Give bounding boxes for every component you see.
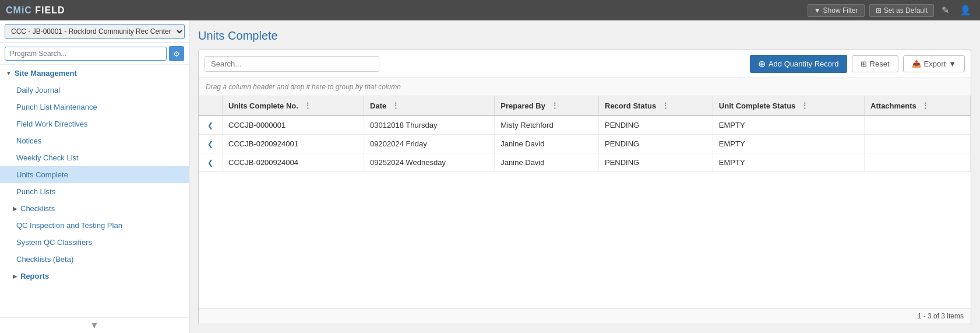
col-menu-date-icon[interactable]: ⋮	[392, 101, 400, 110]
row-expand-icon[interactable]: ❮	[205, 140, 216, 148]
sidebar-section-reports[interactable]: ▶ Reports	[0, 268, 189, 285]
add-quantity-record-button[interactable]: ⊕ Add Quantity Record	[750, 55, 847, 73]
app-logo: CMiC FIELD	[6, 5, 65, 16]
checklists-arrow-icon: ▶	[13, 205, 17, 212]
search-input[interactable]	[205, 56, 379, 72]
logo-field: FIELD	[35, 5, 65, 15]
set-as-default-button[interactable]: ⊞ Set as Default	[869, 4, 934, 17]
reset-button[interactable]: ⊞ Reset	[852, 55, 898, 72]
grid-icon: ⊞	[876, 6, 882, 15]
section-label: Site Management	[15, 69, 77, 78]
row-expand-cell[interactable]: ❮	[199, 153, 223, 172]
col-header-prepared-by[interactable]: Prepared By ⋮	[495, 96, 599, 115]
col-menu-attach-icon[interactable]: ⋮	[921, 101, 929, 110]
table-cell-record_status: PENDING	[599, 115, 713, 135]
reports-arrow-icon: ▶	[13, 273, 17, 279]
table-cell-date: 09252024 Wednesday	[364, 153, 495, 172]
reset-icon: ⊞	[861, 59, 867, 68]
table-body: ❮CCCJB-000000103012018 ThursdayMisty Ret…	[199, 115, 971, 172]
col-menu-icon[interactable]: ⋮	[304, 101, 312, 110]
table-cell-unit_status: EMPTY	[713, 115, 864, 135]
sidebar-search-row: ⚙	[0, 43, 189, 65]
sidebar-item-notices[interactable]: Notices	[0, 132, 189, 149]
reset-label: Reset	[870, 59, 890, 68]
col-header-record-status[interactable]: Record Status ⋮	[599, 96, 713, 115]
reports-label: Reports	[20, 272, 49, 281]
show-filter-button[interactable]: ▼ Show Filter	[808, 4, 865, 17]
plus-icon: ⊕	[758, 58, 766, 69]
col-menu-prepared-icon[interactable]: ⋮	[551, 101, 559, 110]
table-cell-no: CCCJB-0200924001	[223, 135, 364, 153]
table-row: ❮CCCJB-000000103012018 ThursdayMisty Ret…	[199, 115, 971, 135]
sidebar-item-weekly-check-list[interactable]: Weekly Check List	[0, 149, 189, 166]
sidebar-item-punch-lists[interactable]: Punch Lists	[0, 183, 189, 200]
export-button[interactable]: 📤 Export ▼	[903, 55, 965, 72]
row-expand-icon[interactable]: ❮	[205, 159, 216, 167]
table-cell-record_status: PENDING	[599, 135, 713, 153]
col-header-attachments[interactable]: Attachments ⋮	[865, 96, 971, 115]
logo-cmic: CMiC	[6, 5, 32, 15]
table-row: ❮CCCJB-020092400109202024 FridayJanine D…	[199, 135, 971, 153]
content-panel: ⊕ Add Quantity Record ⊞ Reset 📤 Export ▼…	[198, 50, 971, 324]
sidebar-search-input[interactable]	[5, 47, 167, 61]
col-menu-record-icon[interactable]: ⋮	[661, 101, 669, 110]
table-cell-no: CCCJB-0000001	[223, 115, 364, 135]
sidebar-section-site-management[interactable]: ▼ Site Management	[0, 65, 189, 82]
table-cell-attachments	[865, 115, 971, 135]
sidebar-nav: ▼ Site Management Daily Journal Punch Li…	[0, 65, 189, 317]
table-count: 1 - 3 of 3 items	[918, 312, 964, 320]
edit-icon-button[interactable]: ✎	[939, 3, 952, 17]
table-cell-prepared_by: Janine David	[495, 153, 599, 172]
col-header-units-complete-no[interactable]: Units Complete No. ⋮	[223, 96, 364, 115]
col-header-date[interactable]: Date ⋮	[364, 96, 495, 115]
row-expand-cell[interactable]: ❮	[199, 115, 223, 135]
project-select[interactable]: CCC - JB-00001 - Rockford Community Rec …	[5, 24, 185, 39]
table-cell-date: 03012018 Thursday	[364, 115, 495, 135]
add-btn-label: Add Quantity Record	[769, 59, 839, 68]
show-filter-label: Show Filter	[823, 6, 858, 15]
export-label: Export	[924, 59, 946, 68]
table-cell-unit_status: EMPTY	[713, 153, 864, 172]
sidebar-item-field-work-directives[interactable]: Field Work Directives	[0, 115, 189, 132]
toolbar: ⊕ Add Quantity Record ⊞ Reset 📤 Export ▼	[199, 50, 971, 78]
drag-hint: Drag a column header and drop it here to…	[199, 78, 971, 96]
sidebar-item-units-complete[interactable]: Units Complete	[0, 166, 189, 183]
table-cell-no: CCCJB-0200924004	[223, 153, 364, 172]
top-bar-right: ▼ Show Filter ⊞ Set as Default ✎ 👤	[808, 3, 974, 17]
content-area: Units Complete ⊕ Add Quantity Record ⊞ R…	[189, 20, 980, 333]
sidebar-item-daily-journal[interactable]: Daily Journal	[0, 82, 189, 99]
sidebar-item-checklists-beta[interactable]: Checklists (Beta)	[0, 251, 189, 268]
table-cell-prepared_by: Misty Retchford	[495, 115, 599, 135]
filter-icon: ▼	[814, 6, 821, 15]
sidebar-item-qc-inspection[interactable]: QC Inspection and Testing Plan	[0, 217, 189, 234]
table-row: ❮CCCJB-020092400409252024 WednesdayJanin…	[199, 153, 971, 172]
export-icon: 📤	[912, 59, 921, 68]
col-menu-unit-icon[interactable]: ⋮	[801, 101, 809, 110]
col-header-unit-complete-status[interactable]: Unit Complete Status ⋮	[713, 96, 864, 115]
units-complete-table: Units Complete No. ⋮ Date ⋮ Prepared By …	[199, 96, 971, 172]
sidebar-item-system-qc[interactable]: System QC Classifiers	[0, 234, 189, 251]
table-cell-attachments	[865, 153, 971, 172]
project-selector-row: CCC - JB-00001 - Rockford Community Rec …	[0, 20, 189, 43]
row-expand-cell[interactable]: ❮	[199, 135, 223, 153]
sidebar: CCC - JB-00001 - Rockford Community Rec …	[0, 20, 189, 333]
table-header-row: Units Complete No. ⋮ Date ⋮ Prepared By …	[199, 96, 971, 115]
top-bar: CMiC FIELD ▼ Show Filter ⊞ Set as Defaul…	[0, 0, 980, 20]
sidebar-item-punch-list-maintenance[interactable]: Punch List Maintenance	[0, 99, 189, 115]
table-cell-prepared_by: Janine David	[495, 135, 599, 153]
table-cell-unit_status: EMPTY	[713, 135, 864, 153]
col-header-expand	[199, 96, 223, 115]
sidebar-search-gear-button[interactable]: ⚙	[169, 46, 184, 61]
set-as-default-label: Set as Default	[884, 6, 928, 15]
section-arrow-icon: ▼	[6, 70, 12, 76]
sidebar-section-checklists[interactable]: ▶ Checklists	[0, 200, 189, 217]
data-table: Units Complete No. ⋮ Date ⋮ Prepared By …	[199, 96, 971, 308]
user-icon-button[interactable]: 👤	[957, 3, 974, 17]
table-cell-date: 09202024 Friday	[364, 135, 495, 153]
table-cell-attachments	[865, 135, 971, 153]
row-expand-icon[interactable]: ❮	[205, 121, 216, 129]
sidebar-scroll-down: ▼	[0, 317, 189, 333]
table-cell-record_status: PENDING	[599, 153, 713, 172]
export-chevron-icon: ▼	[949, 59, 956, 68]
table-footer: 1 - 3 of 3 items	[199, 308, 971, 324]
